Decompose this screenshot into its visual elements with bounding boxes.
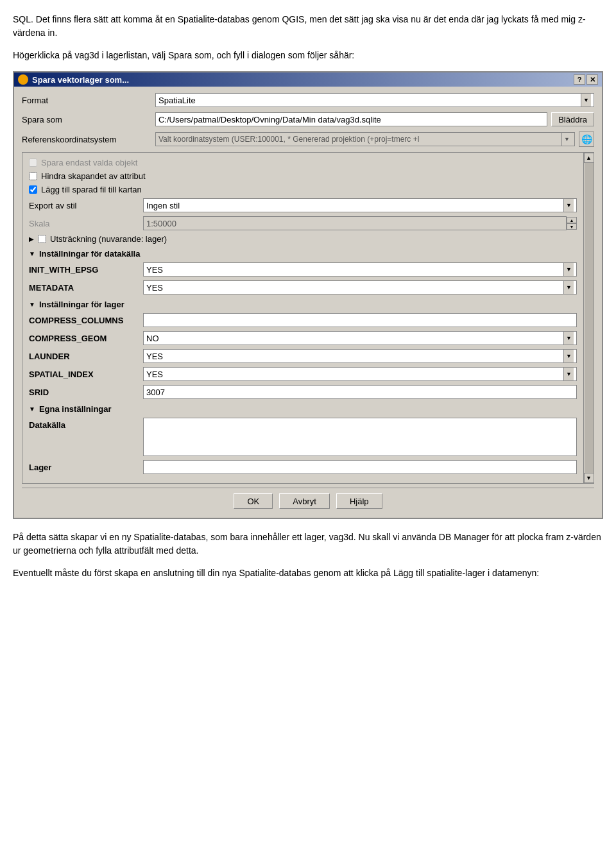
- spatial-index-value: YES: [146, 370, 163, 379]
- dialog-icon: [18, 74, 28, 85]
- dialog-footer: OK Avbryt Hjälp: [22, 488, 594, 513]
- launder-arrow: ▼: [563, 350, 574, 362]
- compress-geom-row: COMPRESS_GEOM NO ▼: [29, 331, 577, 345]
- utstrack-row: ▶ Utsträckning (nuvarande: lager): [29, 234, 577, 244]
- checkbox-lagg-till-label: Lägg till sparad fil till kartan: [41, 185, 142, 194]
- help-titlebar-button[interactable]: ?: [574, 74, 585, 85]
- checkbox-hindra-label: Hindra skapandet av attribut: [41, 171, 146, 181]
- outro-para2: Eventuellt måste du först skapa en anslu…: [13, 567, 603, 580]
- init-epsg-label: INIT_WITH_EPSG: [29, 265, 138, 275]
- datakalla-row: Datakälla: [29, 418, 577, 456]
- compress-columns-input[interactable]: [143, 313, 577, 327]
- datakalla-label: Datakälla: [29, 418, 138, 430]
- dialog-body: Format SpatiaLite ▼ Spara som Bläddra Re…: [14, 87, 602, 518]
- scale-up-button[interactable]: ▲: [567, 217, 577, 223]
- checkbox-utstrack[interactable]: [38, 235, 46, 243]
- scroll-track: [585, 163, 594, 473]
- datakalla-textarea[interactable]: [143, 418, 577, 456]
- crs-control: Valt koordinatsystem (USER:100001, * Gen…: [155, 132, 594, 147]
- checkbox-save-only-selected[interactable]: [29, 158, 37, 167]
- save-as-input[interactable]: [155, 112, 547, 126]
- scroll-content: Spara endast valda objekt Hindra skapand…: [22, 153, 583, 483]
- egna-collapse-arrow[interactable]: ▼: [29, 405, 35, 413]
- checkbox-lagg-till-row: Lägg till sparad fil till kartan: [29, 185, 577, 194]
- browse-button[interactable]: Bläddra: [551, 112, 594, 126]
- save-as-label: Spara som: [22, 115, 150, 124]
- format-value: SpatiaLite: [158, 96, 196, 105]
- datasource-collapse-arrow[interactable]: ▼: [29, 250, 35, 257]
- cancel-button[interactable]: Avbryt: [279, 493, 330, 509]
- save-vector-dialog: Spara vektorlager som... ? ✕ Format Spat…: [13, 71, 603, 519]
- dialog-titlebar: Spara vektorlager som... ? ✕: [14, 72, 602, 87]
- spatial-index-select[interactable]: YES ▼: [143, 367, 577, 381]
- lager-label: Lager: [29, 460, 138, 472]
- outro-para1: På detta sätta skapar vi en ny Spatialit…: [13, 531, 603, 558]
- intro-para1: SQL. Det finns flera sätt att komma åt e…: [13, 13, 603, 40]
- metadata-select[interactable]: YES ▼: [143, 280, 577, 294]
- checkbox-hindra[interactable]: [29, 172, 37, 180]
- lager-input[interactable]: [143, 460, 577, 474]
- srid-input[interactable]: [143, 385, 577, 399]
- vertical-scrollbar[interactable]: ▲ ▼: [583, 153, 594, 483]
- checkbox-save-only-selected-label: Spara endast valda objekt: [41, 158, 137, 167]
- scale-spinner: ▲ ▼: [567, 217, 577, 230]
- crs-label: Referenskoordinatsystem: [22, 135, 150, 144]
- utstrack-expand-arrow[interactable]: ▶: [29, 235, 34, 243]
- export-row: Export av stil Ingen stil ▼: [29, 198, 577, 212]
- crs-globe-button[interactable]: 🌐: [579, 132, 594, 147]
- save-as-row: Spara som Bläddra: [22, 112, 594, 126]
- checkbox-save-only-selected-row: Spara endast valda objekt: [29, 158, 577, 167]
- compress-columns-label: COMPRESS_COLUMNS: [29, 316, 138, 325]
- compress-geom-label: COMPRESS_GEOM: [29, 334, 138, 343]
- compress-geom-select[interactable]: NO ▼: [143, 331, 577, 345]
- checkbox-lagg-till[interactable]: [29, 185, 37, 194]
- init-epsg-select[interactable]: YES ▼: [143, 262, 577, 277]
- metadata-row: METADATA YES ▼: [29, 280, 577, 294]
- datasource-section-header: ▼ Inställningar för datakälla: [29, 249, 577, 259]
- export-label: Export av stil: [29, 201, 138, 210]
- scroll-up-arrow[interactable]: ▲: [584, 153, 594, 163]
- format-label: Format: [22, 96, 150, 105]
- crs-value: Valt koordinatsystem (USER:100001, * Gen…: [158, 135, 419, 144]
- save-as-control: Bläddra: [155, 112, 594, 126]
- metadata-value: YES: [146, 283, 163, 293]
- scale-value: 1:50000: [146, 219, 176, 228]
- format-select[interactable]: SpatiaLite ▼: [155, 93, 594, 107]
- layer-section-label: Inställningar för lager: [39, 300, 124, 309]
- scale-row: Skala 1:50000 ▲ ▼: [29, 216, 577, 230]
- options-scroll-section: Spara endast valda objekt Hindra skapand…: [22, 152, 594, 484]
- scale-down-button[interactable]: ▼: [567, 223, 577, 230]
- export-select[interactable]: Ingen stil ▼: [143, 198, 577, 212]
- scroll-down-arrow[interactable]: ▼: [584, 473, 594, 483]
- titlebar-left: Spara vektorlager som...: [18, 74, 129, 85]
- launder-value: YES: [146, 352, 163, 361]
- scroll-content-area: Spara endast valda objekt Hindra skapand…: [22, 153, 594, 483]
- ok-button[interactable]: OK: [234, 493, 273, 509]
- lager-row: Lager: [29, 460, 577, 474]
- compress-geom-value: NO: [146, 334, 159, 343]
- launder-label: LAUNDER: [29, 352, 138, 361]
- close-titlebar-button[interactable]: ✕: [586, 74, 598, 85]
- launder-select[interactable]: YES ▼: [143, 349, 577, 363]
- scale-control: 1:50000 ▲ ▼: [143, 216, 577, 230]
- titlebar-buttons: ? ✕: [574, 74, 598, 85]
- spatial-index-row: SPATIAL_INDEX YES ▼: [29, 367, 577, 381]
- crs-field[interactable]: Valt koordinatsystem (USER:100001, * Gen…: [155, 132, 575, 146]
- scale-label: Skala: [29, 219, 138, 228]
- layer-collapse-arrow[interactable]: ▼: [29, 301, 35, 308]
- dialog-title: Spara vektorlager som...: [32, 75, 129, 85]
- scale-field: 1:50000: [143, 216, 567, 230]
- egna-section-label: Egna inställningar: [39, 404, 112, 414]
- crs-arrow: ▼: [561, 133, 572, 146]
- utstrack-label: Utsträckning (nuvarande: lager): [50, 234, 167, 244]
- format-row: Format SpatiaLite ▼: [22, 93, 594, 107]
- srid-label: SRID: [29, 388, 138, 397]
- help-button[interactable]: Hjälp: [336, 493, 382, 509]
- layer-section-header: ▼ Inställningar för lager: [29, 300, 577, 309]
- launder-row: LAUNDER YES ▼: [29, 349, 577, 363]
- datasource-section-label: Inställningar för datakälla: [39, 249, 141, 259]
- compress-geom-arrow: ▼: [563, 332, 574, 345]
- compress-columns-row: COMPRESS_COLUMNS: [29, 313, 577, 327]
- metadata-label: METADATA: [29, 283, 138, 293]
- crs-row: Referenskoordinatsystem Valt koordinatsy…: [22, 132, 594, 147]
